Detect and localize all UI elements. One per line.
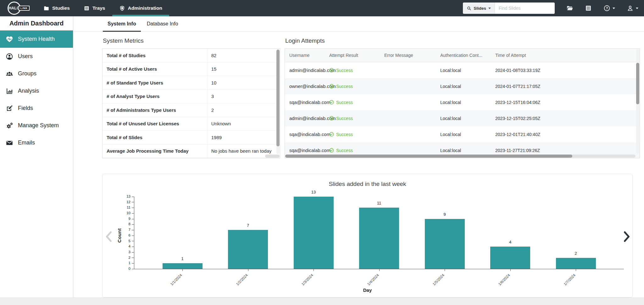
search-input[interactable] [495,3,555,14]
y-tick [132,224,134,225]
horizontal-scrollbar[interactable] [265,155,280,158]
login-username-cell: admin@indicalab.com [285,68,325,73]
login-attempt-row: admin@indicalab.comSuccessLocal:local202… [285,110,640,126]
x-tick [182,269,183,271]
login-attempt-row: sqa@indicalab.comSuccessLocal:local2023-… [285,126,640,142]
column-header[interactable]: Error Message [380,53,436,58]
metrics-row: Total # of Unused User LicensesUnknown [103,117,280,131]
login-attempt-row: sqa@indicalab.comSuccessLocal:local2023-… [285,94,640,110]
user-circle-icon [6,53,13,60]
metric-value: 2 [207,103,280,117]
page-bottom-strip [0,297,644,305]
help-menu-button[interactable]: ? [603,5,615,12]
metrics-row: # of Analyst Type Users3 [103,90,280,104]
column-header[interactable]: Attempt Result [325,53,380,58]
chart-next-button[interactable] [623,231,630,241]
success-check-icon [329,84,334,89]
nav-administration[interactable]: Administration [112,0,169,16]
metrics-row: Average Job Processing Time TodayNo jobs… [103,144,280,158]
vertical-scrollbar[interactable] [276,49,280,154]
metric-label: Total # of Unused User Licenses [103,117,207,131]
attempt-result-cell: Success [325,68,380,73]
attempt-result-label: Success [336,100,353,105]
bar-value-label: 1 [163,256,203,261]
success-check-icon [329,100,334,105]
shield-icon [119,5,125,11]
nav-studies[interactable]: Studies [36,0,77,16]
scrollbar-thumb[interactable] [636,63,639,104]
sidebar-item-users[interactable]: Users [0,48,73,65]
system-metrics-table: Total # of Studies82Total # of Active Us… [102,48,280,158]
slides-chart-card: Slides added in the last week Count 0123… [102,174,633,297]
attempt-result-label: Success [336,116,353,121]
search-scope-dropdown[interactable]: Slides [463,3,495,14]
y-tick [132,197,134,197]
y-tick [132,263,134,264]
metric-label: Total # of Studies [103,49,207,62]
column-header[interactable]: Time of Attempt [491,53,640,58]
x-tick [510,269,511,271]
open-folder-button[interactable] [566,5,573,12]
metric-label: Total # of Active Users [103,63,207,76]
chart-prev-button[interactable] [105,231,112,241]
svg-text:?: ? [606,6,608,10]
vertical-scrollbar[interactable] [636,49,639,154]
system-metrics-panel: System Metrics Total # of Studies82Total… [102,37,280,158]
y-tick [132,247,134,247]
y-tick [132,219,134,219]
help-icon: ? [603,5,610,12]
login-attempts-table: UsernameAttempt ResultError MessageAuthe… [285,48,640,158]
scrollbar-thumb[interactable] [276,50,280,146]
user-menu-button[interactable] [627,5,638,12]
auth-context-cell: Local:local [436,84,491,89]
sidebar-item-label: Manage System [18,122,59,129]
time-of-attempt-cell: 2023-12-15T16:04:06Z [491,100,640,105]
halo-link-logo[interactable]: HALO LINK [8,2,30,15]
metric-label: # of Administrators Type Users [103,103,207,117]
user-icon [627,5,634,12]
y-tick [132,236,134,236]
login-attempts-title: Login Attempts [285,37,640,44]
sidebar-item-label: Groups [18,70,36,77]
y-tick-label: 1 [120,261,130,265]
nav-administration-label: Administration [128,5,162,11]
y-tick [132,208,134,208]
tab-system-info[interactable]: System Info [102,16,142,31]
login-username-cell: owner@indicalab.com [285,84,325,89]
sidebar-item-groups[interactable]: Groups [0,65,73,82]
slide-list-button[interactable] [585,5,592,12]
sidebar-item-manage-system[interactable]: Manage System [0,117,73,134]
horizontal-scrollbar[interactable] [285,155,636,158]
scrollbar-thumb[interactable] [285,155,572,158]
sidebar-item-fields[interactable]: Fields [0,100,73,117]
sidebar-item-emails[interactable]: Emails [0,134,73,151]
attempt-result-cell: Success [325,132,380,137]
success-check-icon [329,148,334,153]
y-tick-label: 12 [120,200,130,204]
chevron-down-icon [636,8,638,9]
success-check-icon [329,132,334,137]
top-navigation-bar: HALO LINK Studies Trays Administration S… [0,0,644,16]
success-check-icon [329,68,334,73]
login-attempts-panel: Login Attempts UsernameAttempt ResultErr… [285,37,640,158]
bar-1/2/2024 [228,230,268,269]
bar-value-label: 9 [425,212,465,217]
column-header[interactable]: Authentication Cont... [436,53,491,58]
y-tick [132,241,134,241]
y-tick-label: 5 [120,239,130,243]
bar-1/4/2024 [359,208,399,269]
sidebar-item-analysis[interactable]: Analysis [0,82,73,100]
trays-icon [84,5,90,11]
nav-trays[interactable]: Trays [77,0,112,16]
time-of-attempt-cell: 2024-01-07T21:17:05Z [491,84,640,89]
column-header[interactable]: Username [285,53,325,58]
sidebar-item-system-health[interactable]: System Health [0,30,73,48]
nav-studies-label: Studies [52,5,70,11]
y-tick [132,213,134,214]
heart-pulse-icon [6,35,13,43]
system-metrics-title: System Metrics [103,37,280,44]
bar-value-label: 13 [294,190,334,194]
login-table-body: admin@indicalab.comSuccessLocal:local202… [285,62,640,158]
tab-database-info[interactable]: Database Info [142,16,184,31]
attempt-result-cell: Success [325,84,380,89]
